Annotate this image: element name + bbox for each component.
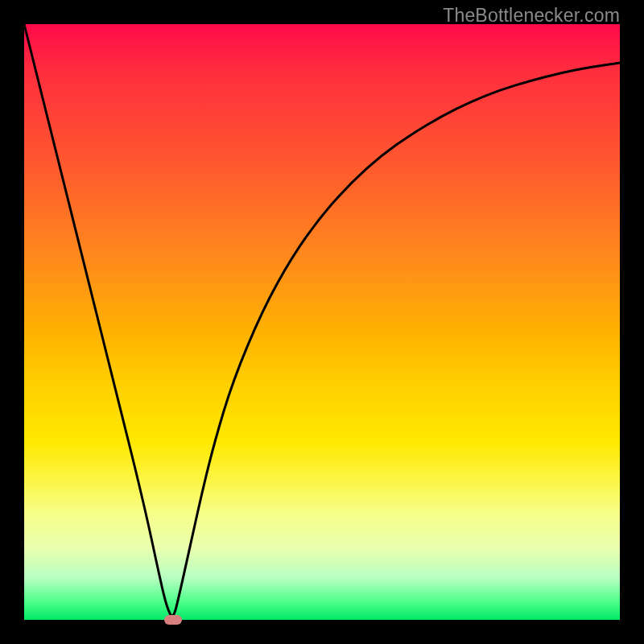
chart-frame: TheBottlenecker.com xyxy=(0,0,644,644)
watermark-text: TheBottlenecker.com xyxy=(443,5,620,27)
curve-svg xyxy=(24,24,620,620)
plot-area xyxy=(24,24,620,620)
bottleneck-curve xyxy=(24,24,620,616)
minimum-marker xyxy=(164,615,182,625)
